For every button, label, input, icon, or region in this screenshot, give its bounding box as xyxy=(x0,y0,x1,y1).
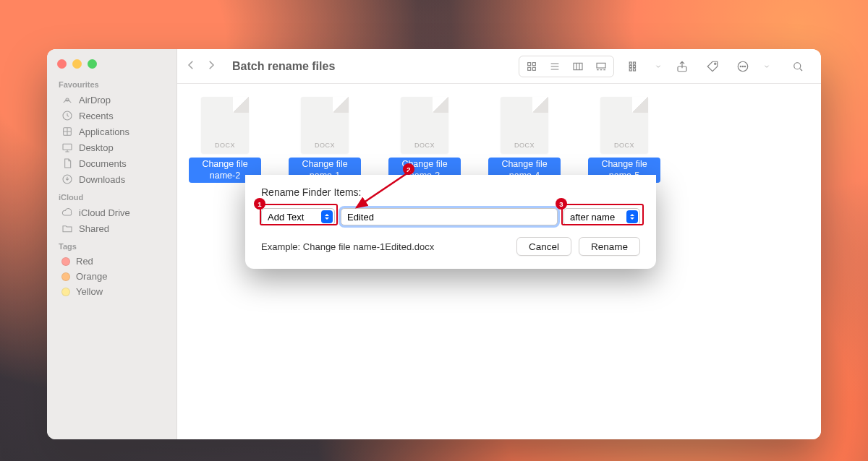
svg-rect-9 xyxy=(574,63,582,69)
sidebar-item-documents[interactable]: Documents xyxy=(57,155,168,171)
sidebar-item-label: Yellow xyxy=(76,286,103,297)
svg-rect-11 xyxy=(629,62,631,64)
svg-point-21 xyxy=(742,66,744,67)
close-window-button[interactable] xyxy=(57,59,67,69)
svg-rect-8 xyxy=(532,67,535,70)
share-button[interactable] xyxy=(672,57,692,76)
sidebar-item-label: Downloads xyxy=(79,174,125,185)
sidebar-item-airdrop[interactable]: AirDrop xyxy=(57,92,168,108)
file-item[interactable]: DOCX Change file name-3 xyxy=(394,97,455,183)
tag-dot-icon xyxy=(61,257,70,266)
file-content-area: DOCX Change file name-2 DOCX Change file… xyxy=(177,84,821,439)
rename-button[interactable]: Rename xyxy=(579,237,640,256)
svg-rect-12 xyxy=(629,65,631,67)
forward-button[interactable] xyxy=(205,59,218,74)
document-icon: DOCX xyxy=(401,97,448,153)
select-stepper-icon xyxy=(626,210,638,223)
sidebar-item-label: Orange xyxy=(76,271,107,282)
documents-icon xyxy=(61,158,73,169)
chevron-down-icon xyxy=(655,60,662,73)
tag-dot-icon xyxy=(61,288,70,296)
gallery-view-button[interactable] xyxy=(590,58,612,75)
sidebar-item-label: AirDrop xyxy=(79,95,111,105)
sidebar-tag-red[interactable]: Red xyxy=(57,254,168,269)
file-item[interactable]: DOCX Change file name-4 xyxy=(494,97,555,183)
file-item[interactable]: DOCX Change file name-2 xyxy=(195,97,255,183)
shared-folder-icon xyxy=(61,223,73,234)
sidebar: Favourites AirDrop Recents Applications … xyxy=(47,49,177,439)
svg-rect-14 xyxy=(634,62,636,64)
svg-point-22 xyxy=(744,66,746,67)
back-button[interactable] xyxy=(184,59,197,74)
select-value: Add Text xyxy=(268,212,304,223)
tags-button[interactable] xyxy=(702,57,723,76)
svg-rect-7 xyxy=(528,67,531,70)
select-stepper-icon xyxy=(321,210,333,223)
rename-mode-select[interactable]: Add Text xyxy=(261,208,335,225)
cloud-icon xyxy=(61,207,73,218)
rename-dialog: Rename Finder Items: Add Text after name… xyxy=(245,175,656,269)
dialog-title: Rename Finder Items: xyxy=(261,186,640,198)
sidebar-section-tags: Tags xyxy=(59,242,168,251)
window-title: Batch rename files xyxy=(232,60,335,73)
sidebar-item-label: Applications xyxy=(79,126,129,137)
toolbar: Batch rename files xyxy=(177,49,821,84)
example-text: Example: Change file name-1Edited.docx xyxy=(261,241,509,252)
sidebar-section-favourites: Favourites xyxy=(59,80,168,89)
svg-rect-10 xyxy=(597,63,605,68)
sidebar-item-label: Shared xyxy=(79,223,109,234)
clock-icon xyxy=(61,110,73,121)
select-value: after name xyxy=(570,212,615,223)
downloads-icon xyxy=(61,173,73,185)
column-view-button[interactable] xyxy=(567,58,589,75)
sidebar-tag-yellow[interactable]: Yellow xyxy=(57,284,168,299)
sidebar-item-desktop[interactable]: Desktop xyxy=(57,139,168,155)
sidebar-tag-orange[interactable]: Orange xyxy=(57,269,168,284)
document-icon: DOCX xyxy=(501,97,548,153)
finder-window: Favourites AirDrop Recents Applications … xyxy=(47,49,821,439)
main-pane: Batch rename files DOCX Change file name… xyxy=(177,49,821,439)
search-button[interactable] xyxy=(788,57,808,76)
window-controls xyxy=(57,59,168,69)
list-view-button[interactable] xyxy=(544,58,566,75)
svg-rect-16 xyxy=(634,69,636,71)
tag-dot-icon xyxy=(61,272,70,281)
sidebar-item-downloads[interactable]: Downloads xyxy=(57,171,168,187)
sidebar-section-icloud: iCloud xyxy=(59,193,168,202)
rename-text-input[interactable] xyxy=(341,208,558,225)
icon-view-button[interactable] xyxy=(521,58,542,75)
desktop-icon xyxy=(61,142,73,153)
file-item[interactable]: DOCX Change file name-1 xyxy=(294,97,355,183)
document-icon: DOCX xyxy=(600,97,648,153)
svg-rect-6 xyxy=(532,62,535,65)
rename-position-select[interactable]: after name xyxy=(563,208,640,225)
document-icon: DOCX xyxy=(201,97,249,153)
svg-rect-15 xyxy=(634,65,636,67)
sidebar-item-label: Documents xyxy=(79,158,127,169)
svg-rect-3 xyxy=(63,144,72,150)
view-mode-group xyxy=(519,56,614,77)
group-by-button[interactable] xyxy=(624,57,644,76)
minimize-window-button[interactable] xyxy=(72,59,82,69)
sidebar-item-icloud-drive[interactable]: iCloud Drive xyxy=(57,204,168,220)
svg-rect-5 xyxy=(528,62,531,65)
sidebar-item-label: Red xyxy=(76,256,93,267)
fullscreen-window-button[interactable] xyxy=(88,59,97,69)
svg-point-23 xyxy=(794,62,801,69)
file-item[interactable]: DOCX Change file name-5 xyxy=(594,97,655,183)
sidebar-item-label: Recents xyxy=(79,111,114,121)
airdrop-icon xyxy=(61,94,73,105)
file-grid: DOCX Change file name-2 DOCX Change file… xyxy=(195,97,804,183)
sidebar-item-recents[interactable]: Recents xyxy=(57,108,168,124)
cancel-button[interactable]: Cancel xyxy=(516,237,571,256)
sidebar-item-applications[interactable]: Applications xyxy=(57,124,168,139)
action-menu-button[interactable] xyxy=(733,57,753,76)
sidebar-item-label: Desktop xyxy=(79,142,114,153)
chevron-down-icon xyxy=(763,60,770,73)
svg-point-20 xyxy=(740,66,741,67)
document-icon: DOCX xyxy=(301,97,349,153)
applications-icon xyxy=(61,126,73,137)
sidebar-item-shared[interactable]: Shared xyxy=(57,220,168,236)
svg-point-18 xyxy=(715,63,716,64)
svg-rect-13 xyxy=(629,69,631,71)
